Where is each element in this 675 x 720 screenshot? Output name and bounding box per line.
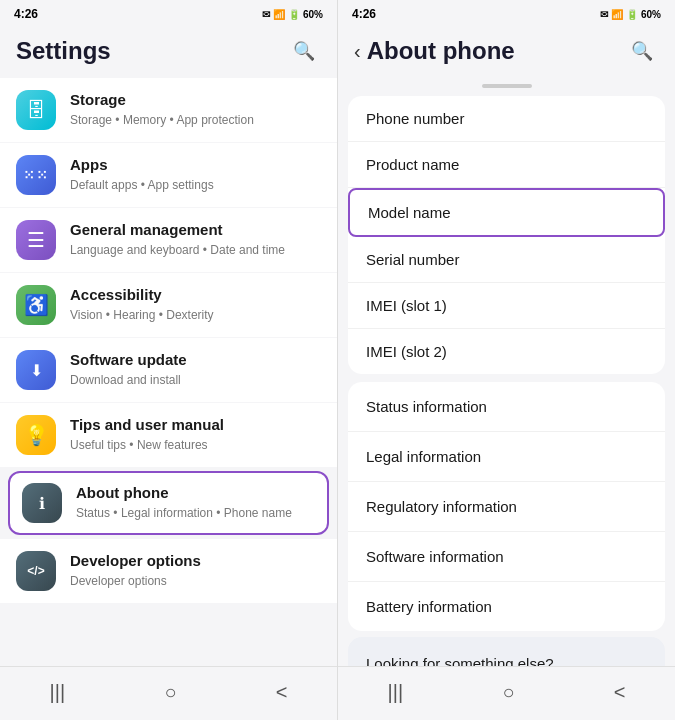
recents-button-right[interactable]: ||| (368, 677, 424, 708)
mail-icon: ✉ (262, 9, 270, 20)
settings-item-tips[interactable]: 💡 Tips and user manual Useful tips • New… (0, 403, 337, 467)
settings-item-accessibility[interactable]: ♿ Accessibility Vision • Hearing • Dexte… (0, 273, 337, 337)
storage-title: Storage (70, 90, 321, 110)
developer-icon: </> (16, 551, 56, 591)
model-name-label: Model name (368, 204, 451, 221)
accessibility-icon: ♿ (16, 285, 56, 325)
status-bar-right: 4:26 ✉ 📶 🔋 60% (338, 0, 675, 26)
status-bar-left: 4:26 ✉ 📶 🔋 60% (0, 0, 337, 26)
storage-subtitle: Storage • Memory • App protection (70, 112, 321, 129)
imei-slot1-label: IMEI (slot 1) (366, 297, 447, 314)
about-content: Phone number Product name Model name Ser… (338, 78, 675, 666)
developer-subtitle: Developer options (70, 573, 321, 590)
accessibility-title: Accessibility (70, 285, 321, 305)
right-panel: 4:26 ✉ 📶 🔋 60% ‹ About phone 🔍 Phone num… (337, 0, 675, 720)
signal-icon-right: 📶 (611, 9, 623, 20)
status-icons-right: ✉ 📶 🔋 60% (600, 9, 661, 20)
signal-icon: 📶 (273, 9, 285, 20)
battery-info-row[interactable]: Battery information (348, 582, 665, 631)
home-button-left[interactable]: ○ (144, 677, 196, 708)
back-chevron[interactable]: ‹ (354, 40, 361, 63)
model-name-row[interactable]: Model name (348, 188, 665, 237)
search-button-right[interactable]: 🔍 (625, 34, 659, 68)
settings-item-developer[interactable]: </> Developer options Developer options (0, 539, 337, 603)
menu-section: Status information Legal information Reg… (348, 382, 665, 631)
left-panel: 4:26 ✉ 📶 🔋 60% Settings 🔍 🗄 Storage Stor… (0, 0, 337, 720)
time-right: 4:26 (352, 7, 376, 21)
software-subtitle: Download and install (70, 372, 321, 389)
regulatory-info-row[interactable]: Regulatory information (348, 482, 665, 532)
battery-icon: 🔋 60% (288, 9, 323, 20)
about-subtitle: Status • Legal information • Phone name (76, 505, 315, 522)
about-title: About phone (76, 483, 315, 503)
status-info-row[interactable]: Status information (348, 382, 665, 432)
general-title: General management (70, 220, 321, 240)
settings-item-storage[interactable]: 🗄 Storage Storage • Memory • App protect… (0, 78, 337, 142)
imei-slot2-row[interactable]: IMEI (slot 2) (348, 329, 665, 374)
imei-slot1-row[interactable]: IMEI (slot 1) (348, 283, 665, 329)
settings-list: 🗄 Storage Storage • Memory • App protect… (0, 78, 337, 666)
phone-number-label: Phone number (366, 110, 464, 127)
home-button-right[interactable]: ○ (482, 677, 534, 708)
storage-icon: 🗄 (16, 90, 56, 130)
product-name-row[interactable]: Product name (348, 142, 665, 188)
drag-indicator (482, 84, 532, 88)
accessibility-subtitle: Vision • Hearing • Dexterity (70, 307, 321, 324)
general-icon: ☰ (16, 220, 56, 260)
apps-title: Apps (70, 155, 321, 175)
settings-item-general[interactable]: ☰ General management Language and keyboa… (0, 208, 337, 272)
left-header: Settings 🔍 (0, 26, 337, 78)
imei-slot2-label: IMEI (slot 2) (366, 343, 447, 360)
bottom-nav-left: ||| ○ < (0, 666, 337, 720)
looking-section[interactable]: Looking for something else? (348, 637, 665, 666)
battery-icon-right: 🔋 60% (626, 9, 661, 20)
settings-title: Settings (16, 37, 111, 65)
time-left: 4:26 (14, 7, 38, 21)
phone-number-row[interactable]: Phone number (348, 96, 665, 142)
about-icon: ℹ (22, 483, 62, 523)
recents-button-left[interactable]: ||| (30, 677, 86, 708)
legal-info-row[interactable]: Legal information (348, 432, 665, 482)
info-section: Phone number Product name Model name Ser… (348, 96, 665, 374)
about-page-title: About phone (367, 37, 515, 65)
right-header: ‹ About phone 🔍 (338, 26, 675, 78)
tips-title: Tips and user manual (70, 415, 321, 435)
software-info-row[interactable]: Software information (348, 532, 665, 582)
mail-icon-right: ✉ (600, 9, 608, 20)
status-icons-left: ✉ 📶 🔋 60% (262, 9, 323, 20)
tips-icon: 💡 (16, 415, 56, 455)
settings-item-software[interactable]: ⬇ Software update Download and install (0, 338, 337, 402)
settings-item-about[interactable]: ℹ About phone Status • Legal information… (8, 471, 329, 535)
apps-subtitle: Default apps • App settings (70, 177, 321, 194)
tips-subtitle: Useful tips • New features (70, 437, 321, 454)
serial-number-row[interactable]: Serial number (348, 237, 665, 283)
serial-number-label: Serial number (366, 251, 459, 268)
software-title: Software update (70, 350, 321, 370)
developer-title: Developer options (70, 551, 321, 571)
apps-icon: ⁙⁙ (16, 155, 56, 195)
software-icon: ⬇ (16, 350, 56, 390)
back-button-left[interactable]: < (256, 677, 308, 708)
settings-item-apps[interactable]: ⁙⁙ Apps Default apps • App settings (0, 143, 337, 207)
product-name-label: Product name (366, 156, 459, 173)
back-button-right[interactable]: < (594, 677, 646, 708)
search-button-left[interactable]: 🔍 (287, 34, 321, 68)
general-subtitle: Language and keyboard • Date and time (70, 242, 321, 259)
bottom-nav-right: ||| ○ < (338, 666, 675, 720)
